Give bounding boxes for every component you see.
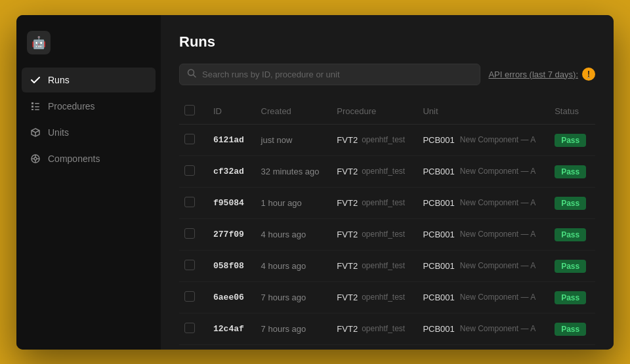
row-status: Pass: [547, 155, 595, 187]
row-checkbox[interactable]: [184, 134, 195, 144]
row-procedure: FVT2 openhtf_test: [329, 187, 415, 218]
search-icon: [187, 69, 196, 80]
row-unit: PCB001 New Component — A: [415, 187, 547, 218]
row-procedure: FVT2 openhtf_test: [329, 313, 415, 344]
table-row[interactable]: cf32ad 32 minutes ago FVT2 openhtf_test …: [179, 155, 595, 187]
sidebar-item-runs[interactable]: Runs: [22, 68, 156, 92]
main-content: Runs API errors (last 7 days): !: [161, 15, 614, 350]
svg-rect-1: [35, 103, 39, 104]
row-checkbox[interactable]: [184, 197, 195, 207]
status-badge: Pass: [555, 134, 586, 147]
row-checkbox[interactable]: [184, 291, 195, 302]
svg-rect-4: [32, 109, 33, 110]
status-badge: Pass: [555, 323, 586, 336]
row-procedure: FVT2 openhtf_test: [329, 124, 415, 155]
row-status: Pass: [547, 124, 595, 155]
row-checkbox-cell: [179, 250, 205, 281]
row-unit: PCB001 New Component — A: [415, 250, 547, 281]
table-row[interactable]: 6aee06 7 hours ago FVT2 openhtf_test PCB…: [179, 281, 595, 313]
svg-point-9: [34, 157, 37, 160]
status-badge: Pass: [555, 228, 586, 241]
status-badge: Pass: [555, 197, 586, 210]
row-checkbox-cell: [179, 155, 205, 187]
row-unit: PCB001 New Component — A: [415, 281, 547, 313]
row-procedure: FVT2 openhtf_test: [329, 218, 415, 250]
units-label: Units: [48, 127, 69, 138]
row-checkbox[interactable]: [184, 228, 195, 239]
row-unit: PCB001 New Component — A: [415, 124, 547, 155]
api-errors-label: API errors (last 7 days):: [488, 70, 578, 79]
col-unit: Unit: [415, 98, 547, 125]
svg-rect-2: [32, 106, 33, 108]
row-id: 12c4af: [205, 313, 253, 344]
status-badge: Pass: [555, 165, 586, 178]
sidebar-item-units[interactable]: Units: [22, 120, 156, 145]
row-created: 4 hours ago: [253, 250, 329, 281]
box-icon: [30, 127, 41, 138]
svg-rect-3: [35, 106, 39, 108]
row-unit: PCB001 New Component — A: [415, 155, 547, 187]
status-badge: Pass: [555, 291, 586, 304]
row-id: 6121ad: [205, 124, 253, 155]
col-checkbox: [179, 98, 205, 125]
row-created: 7 hours ago: [253, 281, 329, 313]
col-status: Status: [547, 98, 595, 125]
list-icon: [30, 100, 41, 112]
row-checkbox[interactable]: [184, 323, 195, 333]
col-created: Created: [253, 98, 329, 125]
sidebar-item-procedures[interactable]: Procedures: [22, 94, 156, 119]
check-icon: [30, 74, 41, 86]
col-procedure: Procedure: [329, 98, 415, 125]
row-checkbox-cell: [179, 124, 205, 155]
row-unit: PCB001 New Component — A: [415, 313, 547, 344]
table-row[interactable]: 6121ad just now FVT2 openhtf_test PCB001…: [179, 124, 595, 155]
search-input[interactable]: [179, 64, 480, 85]
row-checkbox[interactable]: [184, 165, 195, 176]
runs-label: Runs: [48, 75, 70, 85]
row-created: 1 hour ago: [253, 187, 329, 218]
runs-tbody: 6121ad just now FVT2 openhtf_test PCB001…: [179, 124, 595, 344]
row-id: 6aee06: [205, 281, 253, 313]
row-created: 4 hours ago: [253, 218, 329, 250]
row-procedure: FVT2 openhtf_test: [329, 250, 415, 281]
api-errors-link[interactable]: API errors (last 7 days): !: [488, 68, 595, 81]
sidebar: 🤖 Runs: [16, 15, 161, 350]
row-status: Pass: [547, 281, 595, 313]
search-container: [179, 64, 480, 85]
table-row[interactable]: 12c4af 7 hours ago FVT2 openhtf_test PCB…: [179, 313, 595, 344]
row-created: just now: [253, 124, 329, 155]
row-checkbox-cell: [179, 187, 205, 218]
table-row[interactable]: 277f09 4 hours ago FVT2 openhtf_test PCB…: [179, 218, 595, 250]
table-row[interactable]: 058f08 4 hours ago FVT2 openhtf_test PCB…: [179, 250, 595, 281]
svg-rect-5: [35, 109, 39, 110]
app-container: 🤖 Runs: [16, 15, 614, 350]
row-status: Pass: [547, 187, 595, 218]
table-header-row: ID Created Procedure Unit Status: [179, 98, 595, 125]
warning-icon: !: [582, 68, 595, 81]
sidebar-nav: Runs Procedures: [16, 68, 161, 171]
row-created: 7 hours ago: [253, 313, 329, 344]
components-label: Components: [48, 153, 100, 164]
runs-table-container: ID Created Procedure Unit Status: [179, 98, 595, 350]
row-id: f95084: [205, 187, 253, 218]
table-row[interactable]: f95084 1 hour ago FVT2 openhtf_test PCB0…: [179, 187, 595, 218]
svg-line-15: [194, 75, 196, 77]
row-procedure: FVT2 openhtf_test: [329, 155, 415, 187]
row-id: 277f09: [205, 218, 253, 250]
app-logo: 🤖: [27, 31, 51, 54]
row-checkbox-cell: [179, 313, 205, 344]
toolbar: API errors (last 7 days): !: [179, 64, 595, 85]
row-checkbox[interactable]: [184, 260, 195, 270]
page-title: Runs: [179, 33, 595, 51]
grid-icon: [30, 153, 41, 165]
row-checkbox-cell: [179, 281, 205, 313]
row-created: 32 minutes ago: [253, 155, 329, 187]
select-all-checkbox[interactable]: [184, 105, 195, 115]
row-status: Pass: [547, 218, 595, 250]
svg-rect-0: [32, 102, 33, 104]
row-id: cf32ad: [205, 155, 253, 187]
row-checkbox-cell: [179, 218, 205, 250]
runs-table: ID Created Procedure Unit Status: [179, 98, 595, 345]
sidebar-item-components[interactable]: Components: [22, 146, 156, 171]
row-status: Pass: [547, 313, 595, 344]
